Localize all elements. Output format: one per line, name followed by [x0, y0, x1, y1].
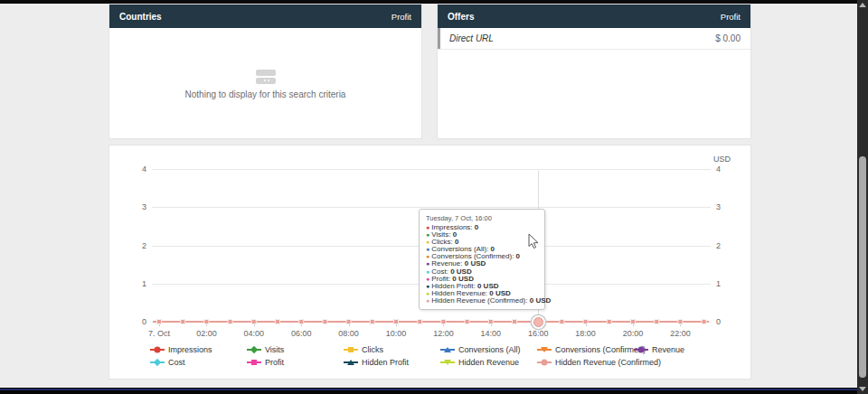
series-marker[interactable] [204, 320, 209, 324]
x-axis-label: 04:00 [244, 329, 265, 338]
series-marker[interactable] [655, 320, 659, 324]
legend-item[interactable]: Cost [150, 358, 247, 367]
offers-table-row[interactable]: Direct URL $ 0.00 [438, 28, 750, 50]
empty-stack-icon [256, 70, 276, 84]
tooltip-series-dot-icon: ● [426, 239, 429, 245]
highlighted-point[interactable] [533, 317, 543, 327]
legend-label: Visits [265, 345, 284, 354]
legend-marker-icon [247, 359, 261, 367]
series-marker[interactable] [346, 320, 351, 324]
legend-label: Impressions [168, 345, 212, 354]
series-marker[interactable] [181, 320, 185, 324]
tooltip-series-dot-icon: ● [426, 297, 429, 304]
y-axis-label-left: 2 [114, 241, 146, 250]
x-axis-label: 18:00 [575, 329, 596, 338]
x-axis-label: 02:00 [196, 329, 217, 338]
series-marker[interactable] [276, 320, 280, 324]
x-axis-label: 22:00 [670, 329, 691, 338]
series-marker[interactable] [465, 320, 469, 324]
legend-item[interactable]: Revenue [634, 345, 731, 354]
y-axis-label-left: 0 [114, 317, 146, 326]
tooltip-series-dot-icon: ● [426, 253, 429, 259]
series-marker[interactable] [394, 320, 399, 324]
legend-label: Clicks [362, 345, 383, 354]
y-axis-label-right: 1 [716, 279, 743, 288]
series-marker[interactable] [228, 320, 232, 324]
y-axis-unit-label: USD [713, 155, 731, 164]
x-axis-label: 20:00 [623, 329, 644, 338]
scrollbar-up-icon[interactable] [859, 3, 866, 7]
series-marker[interactable] [513, 320, 517, 324]
legend-item[interactable]: Profit [247, 358, 344, 367]
legend-item[interactable]: Conversions (All) [440, 345, 537, 354]
countries-panel-title: Countries [119, 12, 162, 22]
series-marker[interactable] [560, 320, 564, 324]
legend-marker-icon [344, 359, 358, 367]
offers-panel-header: Offers Profit [438, 5, 750, 28]
tooltip-series-dot-icon: ● [426, 231, 429, 238]
legend-item[interactable]: Conversions (Confirmed) [537, 345, 634, 354]
series-marker[interactable] [702, 320, 706, 324]
x-axis-label: 12:00 [433, 329, 454, 338]
series-marker[interactable] [488, 320, 493, 324]
x-axis-label: 14:00 [481, 329, 502, 338]
offers-metric-header[interactable]: Profit [721, 12, 741, 22]
y-axis-label-right: 3 [716, 202, 743, 211]
tooltip-series-dot-icon: ● [426, 283, 429, 289]
series-marker[interactable] [370, 320, 374, 324]
y-axis-label-right: 4 [716, 164, 743, 174]
page-scrollbar[interactable] [857, 0, 868, 394]
y-axis-label-left: 4 [114, 164, 146, 174]
chart-legend: ImpressionsVisitsClicksConversions (All)… [150, 345, 731, 367]
series-marker[interactable] [418, 320, 422, 324]
legend-item[interactable]: Hidden Profit [344, 358, 440, 367]
legend-label: Hidden Profit [362, 358, 409, 367]
dashboard-screen: Countries Profit Nothing to display for … [0, 0, 868, 394]
legend-item[interactable]: Hidden Revenue (Confirmed) [537, 358, 634, 367]
series-marker[interactable] [323, 320, 327, 324]
tooltip-row: ●Hidden Revenue (Confirmed): 0 USD [426, 297, 538, 305]
legend-marker-icon [537, 346, 552, 354]
series-marker[interactable] [441, 320, 446, 324]
offer-name[interactable]: Direct URL [449, 33, 494, 43]
legend-marker-icon [150, 359, 165, 367]
chart-card: USD 44332211007. Oct02:0004:0006:0008:00… [108, 145, 751, 380]
tooltip-series-dot-icon: ● [426, 276, 429, 282]
countries-panel: Countries Profit Nothing to display for … [108, 4, 422, 139]
tooltip-series-dot-icon: ● [426, 268, 429, 275]
countries-empty-state: Nothing to display for this search crite… [109, 28, 421, 140]
offers-list-scrollbar[interactable] [438, 28, 440, 49]
series-marker[interactable] [251, 320, 256, 324]
scrollbar-thumb[interactable] [859, 156, 866, 378]
legend-label: Hidden Revenue (Confirmed) [555, 358, 661, 367]
tooltip-series-dot-icon: ● [426, 224, 429, 230]
x-axis-label: 08:00 [338, 329, 359, 338]
series-marker[interactable] [583, 320, 588, 324]
series-marker[interactable] [631, 320, 636, 324]
legend-item[interactable]: Hidden Revenue [440, 358, 537, 367]
chart-tooltip: Tuesday, 7 Oct, 16:00 ●Impressions: 0●Vi… [419, 209, 545, 310]
legend-marker-icon [344, 346, 358, 354]
offer-profit-value: $ 0.00 [715, 33, 741, 43]
legend-label: Conversions (All) [458, 345, 521, 354]
legend-label: Hidden Revenue [458, 358, 519, 367]
legend-label: Profit [265, 358, 284, 367]
countries-empty-message: Nothing to display for this search crite… [185, 89, 346, 99]
x-axis-label: 06:00 [291, 329, 312, 338]
legend-item[interactable]: Clicks [344, 345, 440, 354]
y-axis-label-left: 1 [114, 279, 146, 288]
legend-marker-icon [150, 346, 165, 354]
legend-item[interactable]: Impressions [150, 345, 247, 354]
legend-item[interactable]: Visits [247, 345, 344, 354]
series-marker[interactable] [607, 320, 611, 324]
scrollbar-down-icon[interactable] [859, 387, 866, 391]
x-axis-label: 16:00 [528, 329, 549, 338]
y-axis-label-left: 3 [114, 202, 146, 211]
series-marker[interactable] [678, 320, 683, 324]
series-marker[interactable] [299, 320, 304, 324]
window-bottom-bar [0, 388, 857, 394]
countries-metric-header[interactable]: Profit [392, 12, 411, 22]
series-marker[interactable] [157, 320, 162, 324]
legend-marker-icon [537, 359, 552, 367]
x-axis-label: 10:00 [386, 329, 407, 338]
